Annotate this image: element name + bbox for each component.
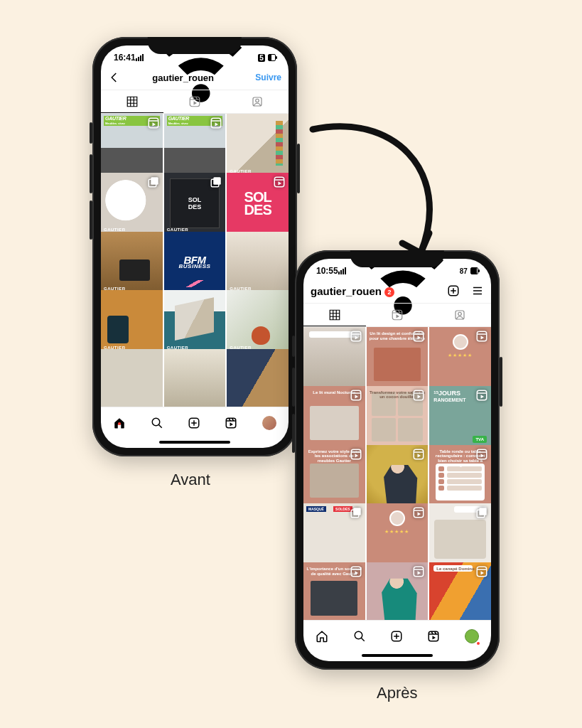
post[interactable]: ★★★★★: [367, 503, 429, 565]
post[interactable]: Le lit mural Nocturne: [303, 386, 365, 448]
reel-icon: [350, 565, 362, 578]
post[interactable]: SOLDES: [227, 173, 289, 235]
reel-icon: [350, 330, 362, 343]
post[interactable]: [227, 349, 289, 407]
post[interactable]: GAUTIER: [164, 290, 226, 352]
svg-rect-29: [479, 508, 487, 516]
username[interactable]: gautier_rouen: [117, 73, 249, 83]
battery-label: 5: [258, 54, 265, 62]
svg-rect-31: [351, 567, 361, 577]
post[interactable]: Table ronde ou table rectangulaire : com…: [429, 445, 491, 507]
post-grid: GAUTIERMeubles. vivez GAUTIERMeubles. vi…: [101, 114, 289, 407]
post[interactable]: ★★★★★: [429, 327, 491, 389]
post[interactable]: [367, 562, 429, 620]
svg-rect-18: [414, 331, 424, 341]
signal-icon: [338, 267, 346, 274]
svg-rect-28: [414, 508, 424, 518]
post[interactable]: [303, 327, 365, 389]
tab-tagged[interactable]: [429, 304, 491, 326]
reel-icon: [475, 565, 488, 578]
post[interactable]: Exprimez votre style avec les associatio…: [303, 445, 365, 507]
battery-icon: [470, 267, 478, 274]
svg-rect-23: [351, 449, 361, 459]
post[interactable]: GAUTIER: [101, 290, 163, 352]
post[interactable]: GAUTIERMeubles. vivez: [101, 114, 163, 176]
svg-rect-22: [477, 390, 487, 400]
carousel-icon: [475, 506, 488, 519]
reel-icon: [350, 389, 362, 402]
status-time: 10:55: [316, 266, 338, 276]
reel-icon: [412, 448, 425, 461]
post[interactable]: [164, 349, 226, 407]
carousel-icon: [210, 176, 222, 188]
menu-icon[interactable]: [471, 284, 484, 297]
post[interactable]: [367, 445, 429, 507]
post[interactable]: GAUTIER: [227, 114, 289, 176]
carousel-icon: [147, 176, 160, 188]
username[interactable]: gautier_rouen2: [311, 285, 441, 297]
tab-grid[interactable]: [303, 304, 366, 326]
post[interactable]: Un lit design et confortable pour une ch…: [367, 327, 429, 389]
post[interactable]: GAUTIER: [227, 290, 289, 352]
post[interactable]: 15JOURSRANGEMENTTVA: [429, 386, 491, 448]
nav-profile-avatar[interactable]: [465, 629, 479, 643]
grid-icon: [328, 309, 341, 321]
notification-badge: 2: [384, 287, 394, 297]
svg-rect-36: [429, 631, 439, 641]
svg-rect-32: [414, 567, 424, 577]
tab-grid[interactable]: [101, 90, 163, 113]
reels-icon: [188, 95, 201, 108]
svg-rect-5: [151, 177, 158, 185]
reel-icon: [475, 389, 488, 402]
nav-create-icon[interactable]: [390, 630, 403, 643]
status-time: 16:41: [114, 53, 136, 63]
post[interactable]: L'importance d'un sommeil de qualité ave…: [303, 562, 365, 620]
reel-icon: [273, 176, 286, 188]
svg-point-2: [256, 99, 259, 102]
caption-after: Après: [377, 684, 417, 702]
reel-icon: [475, 448, 488, 461]
reel-icon: [350, 448, 362, 461]
nav-home-icon[interactable]: [113, 417, 126, 429]
svg-rect-9: [274, 177, 284, 187]
reels-icon: [391, 309, 404, 321]
nav-search-icon[interactable]: [353, 630, 366, 643]
svg-rect-25: [477, 449, 487, 459]
post[interactable]: MASQUÉSOLDES: [303, 503, 365, 565]
follow-button[interactable]: Suivre: [255, 73, 281, 82]
post[interactable]: Transformez votre salon en un cocon doui…: [367, 386, 429, 448]
post[interactable]: GAUTIER: [227, 232, 289, 294]
post[interactable]: [429, 503, 491, 565]
reel-icon: [210, 117, 222, 129]
reel-icon: [475, 330, 488, 343]
phone-before: 16:41 5 gautier_rouen Suivre GAUTIER: [92, 37, 297, 456]
feed-tabs: [303, 303, 491, 327]
nav-reels-icon[interactable]: [427, 630, 440, 643]
nav-reels-icon[interactable]: [225, 417, 237, 429]
svg-point-34: [355, 631, 362, 639]
create-icon[interactable]: [447, 284, 460, 297]
bottom-nav: [303, 620, 491, 651]
grid-icon: [126, 95, 139, 108]
tab-tagged[interactable]: [226, 90, 289, 113]
nav-create-icon[interactable]: [188, 417, 200, 429]
nav-profile-avatar[interactable]: [262, 416, 276, 430]
nav-home-icon[interactable]: [316, 630, 328, 643]
tab-reels[interactable]: [163, 90, 226, 113]
post-grid: Un lit design et confortable pour une ch…: [303, 327, 491, 620]
post[interactable]: [101, 349, 163, 407]
post[interactable]: Le canapé Domino: [429, 562, 491, 620]
tagged-icon: [453, 309, 466, 321]
post[interactable]: GAUTIER: [101, 232, 163, 294]
tab-reels[interactable]: [366, 304, 429, 326]
svg-rect-24: [414, 449, 424, 459]
phone-after: 10:55 87 gautier_rouen2 Un lit design et…: [295, 250, 500, 670]
post[interactable]: GAUTIER: [101, 173, 163, 235]
post[interactable]: SOLDESGAUTIER: [164, 173, 226, 235]
nav-search-icon[interactable]: [151, 417, 163, 429]
battery-icon: [268, 54, 276, 61]
bottom-nav: [101, 407, 289, 438]
svg-rect-20: [351, 390, 361, 400]
post[interactable]: BFMBUSINESS: [164, 232, 226, 294]
post[interactable]: GAUTIERMeubles. vivez: [164, 114, 226, 176]
